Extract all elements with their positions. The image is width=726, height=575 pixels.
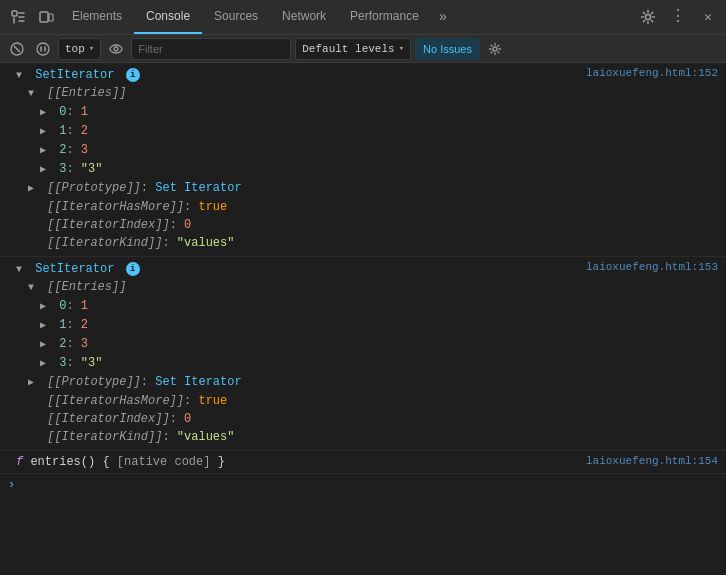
expand-arrow[interactable] bbox=[28, 375, 40, 391]
expand-arrow[interactable] bbox=[40, 318, 52, 334]
expand-arrow[interactable] bbox=[28, 280, 40, 296]
entry-item: 3: "3" bbox=[16, 354, 718, 373]
entry-source[interactable]: laioxuefeng.html:152 bbox=[586, 67, 718, 79]
close-devtools-button[interactable]: ✕ bbox=[694, 3, 722, 31]
expand-arrow[interactable] bbox=[40, 143, 52, 159]
console-entry: SetIterator i laioxuefeng.html:153 [[Ent… bbox=[0, 257, 726, 451]
svg-point-11 bbox=[493, 47, 497, 51]
svg-point-6 bbox=[37, 43, 49, 55]
iterator-kind: [[IteratorKind]]: "values" bbox=[16, 234, 718, 252]
inspect-element-button[interactable] bbox=[4, 3, 32, 31]
entry-content: f entries() { [native code] } bbox=[16, 455, 225, 469]
svg-rect-0 bbox=[12, 11, 17, 16]
svg-point-9 bbox=[110, 45, 122, 53]
info-icon[interactable]: i bbox=[126, 68, 140, 82]
tab-network[interactable]: Network bbox=[270, 0, 338, 34]
entry-source[interactable]: laioxuefeng.html:154 bbox=[586, 455, 718, 467]
devtools-tabs: Elements Console Sources Network Perform… bbox=[60, 0, 634, 34]
svg-point-3 bbox=[646, 15, 651, 20]
no-issues-button[interactable]: No Issues bbox=[415, 38, 480, 60]
entries-node: [[Entries]] bbox=[16, 278, 718, 297]
svg-line-5 bbox=[14, 46, 20, 52]
console-output[interactable]: SetIterator i laioxuefeng.html:152 [[Ent… bbox=[0, 63, 726, 575]
preserve-log-button[interactable] bbox=[105, 38, 127, 60]
iterator-has-more: [[IteratorHasMore]]: true bbox=[16, 392, 718, 410]
more-options-button[interactable]: ⋮ bbox=[664, 3, 692, 31]
chevron-down-icon: ▾ bbox=[89, 43, 94, 54]
iterator-kind: [[IteratorKind]]: "values" bbox=[16, 428, 718, 446]
expand-arrow[interactable] bbox=[40, 124, 52, 140]
svg-point-10 bbox=[114, 47, 118, 51]
expand-arrow[interactable] bbox=[40, 299, 52, 315]
svg-rect-2 bbox=[49, 14, 53, 21]
entry-content: SetIterator i bbox=[16, 261, 140, 278]
expand-arrow[interactable] bbox=[16, 68, 28, 84]
top-bar-right: ⋮ ✕ bbox=[634, 3, 722, 31]
entry-item: 0: 1 bbox=[16, 297, 718, 316]
entry-item: 1: 2 bbox=[16, 316, 718, 335]
prompt-arrow: › bbox=[8, 478, 15, 492]
console-settings-button[interactable] bbox=[484, 38, 506, 60]
iterator-has-more: [[IteratorHasMore]]: true bbox=[16, 198, 718, 216]
svg-rect-1 bbox=[40, 12, 48, 22]
chevron-down-icon: ▾ bbox=[399, 43, 404, 54]
settings-button[interactable] bbox=[634, 3, 662, 31]
default-levels-selector[interactable]: Default levels ▾ bbox=[295, 38, 411, 60]
expand-arrow[interactable] bbox=[28, 86, 40, 102]
console-entry: f entries() { [native code] } laioxuefen… bbox=[0, 451, 726, 474]
entry-header-line: SetIterator i laioxuefeng.html:152 bbox=[16, 67, 718, 84]
device-toolbar-button[interactable] bbox=[32, 3, 60, 31]
tab-sources[interactable]: Sources bbox=[202, 0, 270, 34]
expand-arrow[interactable] bbox=[16, 262, 28, 278]
clear-console-button[interactable] bbox=[6, 38, 28, 60]
expand-arrow[interactable] bbox=[40, 356, 52, 372]
entry-source[interactable]: laioxuefeng.html:153 bbox=[586, 261, 718, 273]
entry-header-line: SetIterator i laioxuefeng.html:153 bbox=[16, 261, 718, 278]
prototype-node: [[Prototype]]: Set Iterator bbox=[16, 373, 718, 392]
entry-item: 1: 2 bbox=[16, 122, 718, 141]
expand-arrow[interactable] bbox=[40, 162, 52, 178]
expand-arrow[interactable] bbox=[40, 105, 52, 121]
context-selector[interactable]: top ▾ bbox=[58, 38, 101, 60]
entries-node: [[Entries]] bbox=[16, 84, 718, 103]
more-tabs-button[interactable]: » bbox=[431, 9, 455, 25]
devtools-top-bar: Elements Console Sources Network Perform… bbox=[0, 0, 726, 35]
console-toolbar: top ▾ Default levels ▾ No Issues bbox=[0, 35, 726, 63]
tab-performance[interactable]: Performance bbox=[338, 0, 431, 34]
entry-item: 2: 3 bbox=[16, 335, 718, 354]
tab-console[interactable]: Console bbox=[134, 0, 202, 34]
entry-item: 3: "3" bbox=[16, 160, 718, 179]
console-entry: SetIterator i laioxuefeng.html:152 [[Ent… bbox=[0, 63, 726, 257]
console-prompt: › bbox=[0, 474, 726, 496]
entry-header-line: f entries() { [native code] } laioxuefen… bbox=[16, 455, 718, 469]
iterator-index: [[IteratorIndex]]: 0 bbox=[16, 410, 718, 428]
expand-arrow[interactable] bbox=[40, 337, 52, 353]
iterator-index: [[IteratorIndex]]: 0 bbox=[16, 216, 718, 234]
pause-exceptions-button[interactable] bbox=[32, 38, 54, 60]
entry-item: 2: 3 bbox=[16, 141, 718, 160]
info-icon[interactable]: i bbox=[126, 262, 140, 276]
expand-arrow[interactable] bbox=[28, 181, 40, 197]
prototype-node: [[Prototype]]: Set Iterator bbox=[16, 179, 718, 198]
entry-content: SetIterator i bbox=[16, 67, 140, 84]
tab-elements[interactable]: Elements bbox=[60, 0, 134, 34]
entry-item: 0: 1 bbox=[16, 103, 718, 122]
filter-input[interactable] bbox=[131, 38, 291, 60]
